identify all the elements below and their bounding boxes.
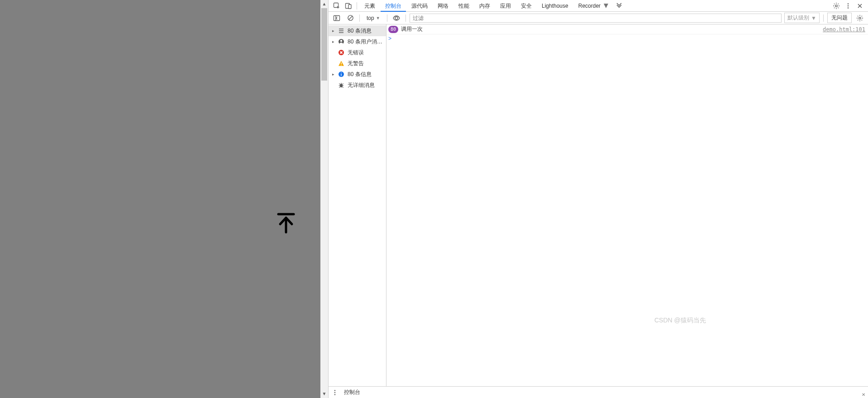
toggle-sidebar-icon[interactable]: [331, 13, 342, 24]
expand-arrow-icon: ▸: [331, 72, 335, 77]
list-icon: [338, 27, 345, 34]
devtools-tabbar: 元素 控制台 源代码 网络 性能 内存 应用 安全 Lighthouse Rec…: [329, 0, 868, 12]
viewport-scrollbar[interactable]: ▲ ▼: [320, 0, 329, 398]
console-content: 80 调用一次 demo.html:101 >: [386, 24, 868, 386]
toolbar-separator: [387, 14, 387, 22]
clear-console-icon[interactable]: [345, 13, 356, 24]
devtools-close-icon[interactable]: [854, 0, 865, 11]
scrollbar-thumb[interactable]: [321, 8, 327, 81]
drawer-menu-icon[interactable]: [332, 389, 339, 396]
inspect-element-icon[interactable]: [331, 0, 342, 11]
svg-point-19: [340, 40, 342, 42]
svg-rect-4: [348, 5, 351, 9]
execution-context-label: top: [367, 15, 374, 21]
tab-lighthouse[interactable]: Lighthouse: [537, 0, 573, 12]
issues-button[interactable]: 无问题: [827, 13, 852, 23]
toolbar-separator: [405, 14, 406, 22]
svg-rect-9: [334, 15, 340, 20]
svg-rect-24: [341, 74, 341, 76]
device-toggle-icon[interactable]: [343, 0, 354, 11]
svg-rect-21: [341, 62, 341, 64]
tab-application[interactable]: 应用: [496, 0, 515, 12]
scroll-down-button[interactable]: ▼: [320, 390, 328, 398]
sidebar-item-label: 无警告: [348, 60, 383, 67]
log-source-link[interactable]: demo.html:101: [823, 26, 865, 33]
tab-sources[interactable]: 源代码: [407, 0, 432, 12]
console-filter-input[interactable]: [410, 14, 782, 23]
sidebar-item-label: 80 条信息: [348, 71, 383, 78]
page-viewport: [0, 0, 320, 398]
svg-point-5: [835, 5, 837, 6]
warning-icon: [338, 60, 345, 67]
prompt-chevron-icon: >: [388, 35, 391, 42]
devtools-drawer: 控制台 ✕: [329, 386, 868, 398]
toolbar-separator: [823, 14, 824, 22]
tab-recorder[interactable]: Recorder: [574, 0, 613, 12]
sidebar-item-label: 80 条用户消…: [348, 38, 383, 46]
svg-point-13: [395, 17, 398, 19]
tab-elements[interactable]: 元素: [360, 0, 380, 12]
svg-rect-22: [341, 65, 341, 65]
svg-point-27: [334, 390, 335, 391]
tab-console[interactable]: 控制台: [381, 0, 406, 12]
drawer-close-icon[interactable]: ✕: [862, 392, 865, 397]
toolbar-separator: [359, 14, 360, 22]
console-settings-gear-icon[interactable]: [854, 13, 865, 24]
tabs-overflow-icon[interactable]: [614, 0, 625, 11]
svg-point-29: [334, 394, 335, 395]
tab-performance[interactable]: 性能: [454, 0, 474, 12]
chevron-down-icon: ▼: [811, 15, 816, 21]
sidebar-item-user-messages[interactable]: ▸ 80 条用户消…: [329, 36, 386, 47]
tab-network[interactable]: 网络: [433, 0, 453, 12]
console-sidebar: ▸ 80 条消息 ▸ 80 条用户消… 无错误: [329, 24, 386, 386]
tab-recorder-label: Recorder: [578, 3, 601, 9]
bug-icon: [338, 82, 345, 89]
repeat-count-badge: 80: [388, 26, 398, 33]
scroll-up-button[interactable]: ▲: [320, 0, 328, 8]
sidebar-item-label: 无错误: [348, 49, 383, 57]
live-expression-icon[interactable]: [391, 13, 402, 24]
log-levels-select[interactable]: 默认级别 ▼: [784, 13, 820, 23]
sidebar-item-all-messages[interactable]: ▸ 80 条消息: [329, 25, 386, 36]
svg-line-12: [348, 16, 352, 20]
sidebar-item-warnings[interactable]: 无警告: [329, 58, 386, 69]
execution-context-select[interactable]: top ▼: [363, 14, 383, 23]
info-icon: [338, 71, 345, 78]
svg-point-6: [848, 3, 849, 5]
svg-point-28: [334, 392, 335, 393]
console-toolbar: top ▼ 默认级别 ▼ 无问题: [329, 12, 868, 24]
drawer-tab-console[interactable]: 控制台: [344, 388, 360, 396]
log-levels-label: 默认级别: [787, 14, 809, 22]
tab-memory[interactable]: 内存: [475, 0, 495, 12]
kebab-menu-icon[interactable]: [843, 0, 854, 11]
tabbar-separator: [357, 2, 357, 10]
expand-arrow-icon: ▸: [331, 29, 335, 33]
sidebar-item-label: 80 条消息: [348, 27, 383, 35]
console-log-entry[interactable]: 80 调用一次 demo.html:101: [386, 24, 868, 34]
arrow-up-to-line-icon: [275, 211, 297, 234]
svg-rect-25: [341, 72, 341, 73]
user-icon: [338, 38, 345, 45]
svg-point-7: [848, 5, 849, 6]
sidebar-item-errors[interactable]: 无错误: [329, 47, 386, 58]
settings-gear-icon[interactable]: [831, 0, 842, 11]
devtools-panel: 元素 控制台 源代码 网络 性能 内存 应用 安全 Lighthouse Rec…: [329, 0, 868, 398]
console-prompt[interactable]: >: [386, 34, 868, 43]
svg-point-14: [859, 17, 861, 19]
console-main: ▸ 80 条消息 ▸ 80 条用户消… 无错误: [329, 24, 868, 386]
svg-point-8: [848, 7, 849, 9]
sidebar-item-verbose[interactable]: 无详细消息: [329, 80, 386, 91]
sidebar-item-info[interactable]: ▸ 80 条信息: [329, 69, 386, 80]
svg-point-26: [340, 84, 343, 87]
chevron-down-icon: ▼: [376, 16, 380, 20]
log-message: 调用一次: [401, 25, 820, 33]
error-icon: [338, 49, 345, 56]
tab-security[interactable]: 安全: [516, 0, 536, 12]
back-to-top-button[interactable]: [274, 211, 298, 235]
expand-arrow-icon: ▸: [331, 39, 335, 44]
recorder-preview-icon: [604, 4, 608, 8]
sidebar-item-label: 无详细消息: [348, 82, 383, 89]
